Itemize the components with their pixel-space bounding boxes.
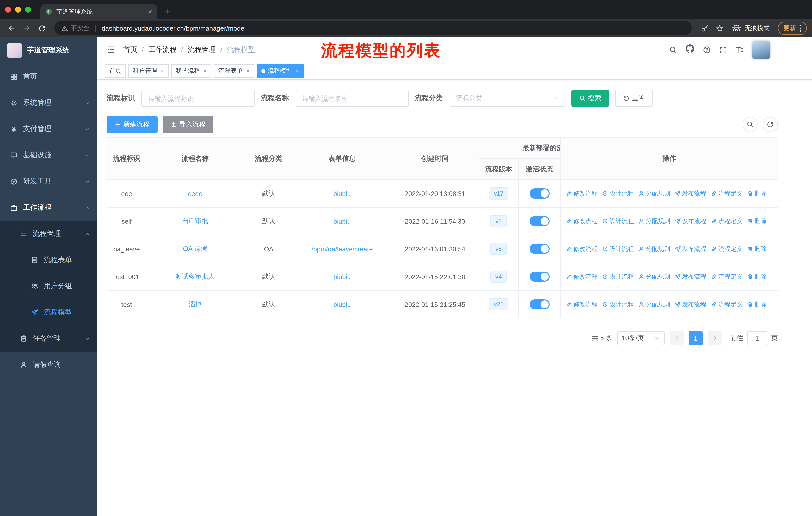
edit-process-link[interactable]: 修改流程 [566,189,598,198]
sidebar-item-leave-query[interactable]: 请假查询 [0,352,97,378]
user-avatar[interactable] [752,40,770,59]
import-process-button[interactable]: 导入流程 [163,116,213,133]
active-switch[interactable] [529,244,549,254]
goto-page-input[interactable] [747,331,767,345]
active-switch[interactable] [529,188,549,198]
design-process-link[interactable]: 设计流程 [602,245,634,253]
reset-button[interactable]: 重置 [615,90,653,107]
assign-rule-link[interactable]: 分配规则 [638,217,670,225]
breadcrumb-home[interactable]: 首页 [123,45,138,54]
tag-close-icon[interactable]: × [295,68,299,74]
sidebar-item-process-model[interactable]: 流程模型 [0,299,97,326]
publish-process-link[interactable]: 发布流程 [674,189,706,198]
help-button[interactable] [703,45,711,54]
active-swit ch[interactable] [529,216,549,226]
fullscreen-button[interactable] [719,45,727,54]
browser-update-button[interactable]: 更新 [778,22,807,35]
maximize-window-button[interactable] [25,6,31,12]
process-definition-link[interactable]: 流程定义 [711,300,743,309]
back-button[interactable] [5,22,18,35]
model-name-link[interactable]: OA 请假 [183,245,207,252]
publish-process-link[interactable]: 发布流程 [674,300,706,309]
refresh-table-button[interactable] [763,117,778,132]
next-page-button[interactable] [708,331,722,345]
sidebar-fold-button[interactable] [104,43,117,56]
tag-close-icon[interactable]: × [246,68,250,74]
assign-rule-link[interactable]: 分配规则 [638,272,670,281]
process-name-input[interactable] [295,90,409,107]
forward-button[interactable] [20,22,33,35]
edit-process-link[interactable]: 修改流程 [566,245,598,253]
process-definition-link[interactable]: 流程定义 [711,272,743,281]
design-process-link[interactable]: 设计流程 [602,217,634,225]
header-search-button[interactable] [669,45,677,54]
edit-process-link[interactable]: 修改流程 [566,300,598,309]
sidebar-item-workflow[interactable]: 工作流程 [0,194,97,221]
edit-process-link[interactable]: 修改流程 [566,217,598,225]
font-size-button[interactable] [735,45,744,54]
design-process-link[interactable]: 设计流程 [602,189,634,198]
sidebar-item-process-mgmt[interactable]: 流程管理 [0,221,97,247]
model-name-link[interactable]: 测试多审批人 [175,273,215,280]
active-switch[interactable] [529,272,549,282]
address-bar[interactable]: 不安全 dashboard.yudao.iocoder.cn/bpm/manag… [54,21,692,35]
delete-link[interactable]: 删除 [747,217,767,225]
design-process-link[interactable]: 设计流程 [602,272,634,281]
active-switch[interactable] [529,299,549,309]
process-definition-link[interactable]: 流程定义 [711,245,743,253]
form-link[interactable]: /bpm/oa/leave/create [312,245,373,253]
design-process-link[interactable]: 设计流程 [602,300,634,309]
browser-tab[interactable]: 芋道管理系统 × [40,4,157,19]
minimize-window-button[interactable] [15,6,21,12]
reload-button[interactable] [35,22,48,35]
assign-rule-link[interactable]: 分配规则 [638,245,670,253]
sidebar-item-infra[interactable]: 基础设施 [0,142,97,168]
page-size-select[interactable]: 10条/页 [617,331,665,345]
model-name-link[interactable]: eeee [188,190,202,197]
tag-close-icon[interactable]: × [161,68,164,74]
browser-menu-icon[interactable] [800,25,802,32]
model-name-link[interactable]: 自己审批 [182,217,208,225]
tab-close-icon[interactable]: × [148,8,152,15]
publish-process-link[interactable]: 发布流程 [674,272,706,281]
search-button[interactable]: 搜索 [571,90,609,107]
assign-rule-link[interactable]: 分配规则 [638,189,670,198]
delete-link[interactable]: 删除 [747,300,767,309]
tag-close-icon[interactable]: × [203,68,207,74]
close-window-button[interactable] [5,6,11,12]
breadcrumb-workflow[interactable]: 工作流程 [138,45,177,54]
breadcrumb-process-mgmt[interactable]: 流程管理 [177,45,216,54]
publish-process-link[interactable]: 发布流程 [674,245,706,253]
tag-my-process[interactable]: 我的流程 × [171,64,211,77]
process-id-input[interactable] [141,90,255,107]
tag-process-model[interactable]: 流程模型 × [257,64,303,77]
process-definition-link[interactable]: 流程定义 [711,217,743,225]
github-link[interactable] [686,44,694,55]
process-definition-link[interactable]: 流程定义 [711,189,743,198]
show-search-button[interactable] [743,117,758,132]
form-link[interactable]: biubiu [333,217,351,225]
new-tab-button[interactable] [160,4,174,18]
page-number-1[interactable]: 1 [689,331,703,345]
create-process-button[interactable]: 新建流程 [107,116,157,133]
sidebar-item-home[interactable]: 首页 [0,63,97,90]
assign-rule-link[interactable]: 分配规则 [638,300,670,309]
delete-link[interactable]: 删除 [747,245,767,253]
sidebar-item-payment[interactable]: ¥ 支付管理 [0,116,97,142]
form-link[interactable]: biubiu [333,301,351,308]
bookmark-star-button[interactable] [713,22,726,35]
sidebar-item-user-group[interactable]: 用户分组 [0,273,97,299]
model-name-link[interactable]: 滔博 [188,300,202,308]
edit-process-link[interactable]: 修改流程 [566,272,598,281]
delete-link[interactable]: 删除 [747,189,767,198]
prev-page-button[interactable] [670,331,684,345]
delete-link[interactable]: 删除 [747,272,767,281]
tag-home[interactable]: 首页 [105,64,126,77]
publish-process-link[interactable]: 发布流程 [674,217,706,225]
category-select[interactable]: 流程分类 [450,90,565,107]
sidebar-item-devtools[interactable]: 研发工具 [0,168,97,194]
form-link[interactable]: biubiu [333,273,351,280]
form-link[interactable]: biubiu [333,190,351,197]
password-key-button[interactable] [698,22,711,35]
sidebar-item-task-mgmt[interactable]: 任务管理 [0,326,97,352]
